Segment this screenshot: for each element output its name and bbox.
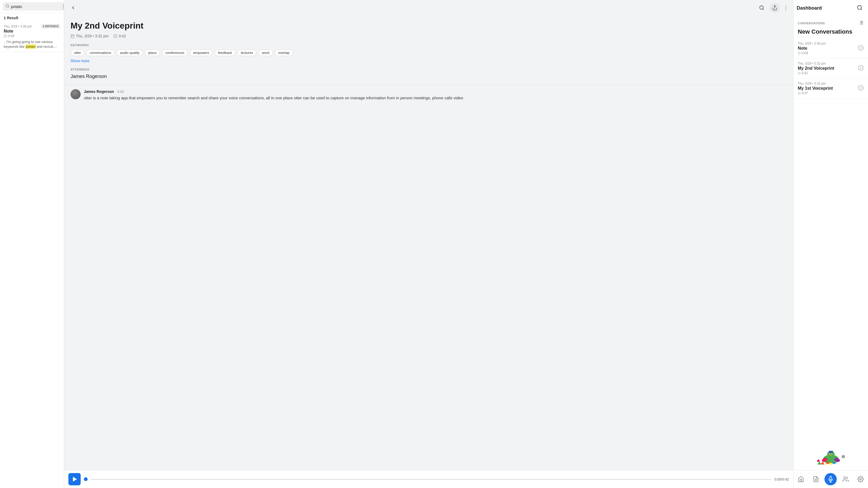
conv-list-duration: 0:42 [798,71,858,75]
conversation-meta: Thu, 3/29 • 3:32 pm 0:42 [70,34,787,38]
svg-point-5 [760,6,763,9]
nav-home-button[interactable] [795,473,807,485]
search-button[interactable] [757,3,767,12]
svg-rect-39 [829,451,833,453]
check-icon [858,85,864,92]
keywords-section: KEYWORDS otter conversations audio quali… [70,43,787,63]
bottom-nav [794,470,868,488]
player-bar: 0:00/0:42 [64,470,793,488]
play-button[interactable] [68,473,81,485]
nav-settings-button[interactable] [855,473,867,485]
conv-list-duration: 0:09 [798,51,858,55]
transcript-text: otter is a note taking app that empowers… [84,95,463,101]
check-icon [858,65,864,72]
more-options-button[interactable]: ⋮ [783,4,789,11]
keyword-word[interactable]: word [258,50,273,56]
conversation-title: My 2nd Voiceprint [70,21,787,31]
progress-bar[interactable] [91,479,771,480]
nav-notes-button[interactable] [810,473,822,485]
conv-list-name: My 2nd Voiceprint [798,66,858,71]
progress-dot [84,477,88,481]
right-header: CONVERSATIONS [794,16,868,28]
keyword-overlap[interactable]: overlap [275,50,293,56]
conv-list-item-note[interactable]: Thu, 3/29 • 3:36 pm Note 0:09 [794,38,868,59]
keyword-conversations[interactable]: conversations [86,50,115,56]
search-icon [5,4,9,9]
result-header: Thu, 3/29 • 3:36 pm 1 INSTANCE [4,24,60,28]
dashboard-title: Dashboard [797,5,822,11]
result-duration: 0:09 [4,34,60,38]
svg-point-40 [842,455,845,458]
highlighted-word: potato [26,44,36,48]
keyword-conferences[interactable]: conferences [162,50,188,56]
conv-list-name: Note [798,46,858,51]
instance-badge: 1 INSTANCE [41,24,60,28]
conversation-content: My 2nd Voiceprint Thu, 3/29 • 3:32 pm 0:… [64,15,793,470]
results-count: 1 Result [0,13,64,22]
keyword-otter[interactable]: otter [70,50,84,56]
conv-list-item-1st-voiceprint[interactable]: Thu, 3/29 • 3:32 pm My 1st Voiceprint 0:… [794,78,868,98]
left-panel: Cancel 1 Result Thu, 3/29 • 3:36 pm 1 IN… [0,0,64,488]
meta-date: Thu, 3/29 • 3:32 pm [70,34,108,38]
nav-people-button[interactable] [839,473,852,485]
conv-list-date: Thu, 3/29 • 3:32 pm [798,82,858,86]
svg-point-31 [829,454,830,454]
svg-line-6 [763,9,764,10]
svg-rect-8 [71,35,74,38]
illustration-area [794,440,868,470]
transcript-speaker: James Rogerson [84,90,114,94]
conv-list-duration: 0:07 [798,91,858,95]
share-button[interactable] [770,3,780,13]
middle-panel: ⋮ My 2nd Voiceprint Thu, 3/29 • 3:32 pm … [64,0,793,488]
conv-list-item-2nd-voiceprint[interactable]: Thu, 3/29 • 3:32 pm My 2nd Voiceprint 0:… [794,59,868,78]
nav-record-button[interactable] [825,473,837,485]
meta-duration-text: 0:42 [119,34,126,38]
svg-point-33 [830,455,831,456]
right-panel: Dashboard CONVERSATIONS New Conversation… [793,0,868,488]
search-result-item[interactable]: Thu, 3/29 • 3:36 pm 1 INSTANCE Note 0:09… [0,22,64,52]
conv-list-name: My 1st Voiceprint [798,86,858,91]
result-snippet: ...I'm going going to use various keywor… [4,39,60,49]
show-more-button[interactable]: Show more [70,59,90,63]
keywords-label: KEYWORDS [70,43,787,47]
avatar [70,89,81,99]
conversations-label: CONVERSATIONS [798,22,825,25]
svg-point-37 [829,463,832,465]
transcript-speaker-line: James Rogerson 0:00 [84,89,463,94]
conv-list-info: Thu, 3/29 • 3:36 pm Note 0:09 [798,42,858,55]
avatar-image [70,89,81,99]
dashboard-search-button[interactable] [855,3,865,13]
right-top-row: Dashboard [794,0,868,16]
svg-point-49 [860,478,861,480]
keyword-audio-quality[interactable]: audio quality [117,50,143,56]
play-icon [73,477,77,482]
check-icon [858,45,864,52]
meta-duration: 0:42 [113,34,126,38]
meta-date-text: Thu, 3/29 • 3:32 pm [76,34,108,38]
back-button[interactable] [68,3,78,12]
keywords-list: otter conversations audio quality place … [70,50,787,56]
result-title: Note [4,29,60,34]
keyword-place[interactable]: place [145,50,160,56]
keyword-feedback[interactable]: feedback [214,50,236,56]
player-time: 0:00/0:42 [775,477,789,481]
list-view-button[interactable] [858,20,864,26]
transcript-entry: James Rogerson 0:00 otter is a note taki… [70,89,787,101]
conv-list-date: Thu, 3/29 • 3:36 pm [798,42,858,45]
transcript-area: James Rogerson 0:00 otter is a note taki… [70,85,787,109]
svg-line-1 [8,7,9,7]
transcript-time: 0:00 [117,90,124,94]
keyword-empowers[interactable]: empowers [190,50,213,56]
svg-line-14 [861,9,862,10]
new-conversations-title: New Conversations [794,28,868,38]
attendees-label: ATTENDEES [70,68,787,71]
conv-list-info: Thu, 3/29 • 3:32 pm My 1st Voiceprint 0:… [798,82,858,95]
result-date: Thu, 3/29 • 3:36 pm [4,25,32,28]
keyword-lectures[interactable]: lectures [238,50,257,56]
attendee-name: James Rogerson [70,74,787,79]
search-bar: Cancel [0,0,64,13]
conv-list-info: Thu, 3/29 • 3:32 pm My 2nd Voiceprint 0:… [798,62,858,75]
conv-list-date: Thu, 3/29 • 3:32 pm [798,62,858,65]
search-input[interactable] [11,4,62,9]
attendees-section: ATTENDEES James Rogerson [70,68,787,79]
